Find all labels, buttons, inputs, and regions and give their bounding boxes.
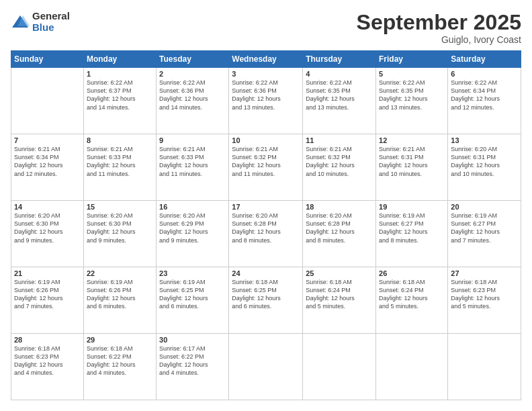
- day-number: 9: [159, 136, 226, 144]
- day-info: Sunrise: 6:18 AM Sunset: 6:22 PM Dayligh…: [87, 345, 153, 377]
- calendar-cell: 21Sunrise: 6:19 AM Sunset: 6:26 PM Dayli…: [11, 267, 84, 334]
- logo-icon: [11, 13, 30, 32]
- calendar-cell: [11, 68, 84, 134]
- calendar-cell: 8Sunrise: 6:21 AM Sunset: 6:33 PM Daylig…: [83, 134, 156, 201]
- calendar-cell: 19Sunrise: 6:19 AM Sunset: 6:27 PM Dayli…: [376, 201, 448, 267]
- day-number: 30: [159, 336, 226, 344]
- day-number: 8: [87, 136, 153, 144]
- day-info: Sunrise: 6:21 AM Sunset: 6:33 PM Dayligh…: [87, 145, 153, 178]
- calendar-cell: 2Sunrise: 6:22 AM Sunset: 6:36 PM Daylig…: [157, 68, 229, 134]
- calendar-cell: [448, 334, 521, 400]
- day-info: Sunrise: 6:21 AM Sunset: 6:31 PM Dayligh…: [379, 145, 445, 178]
- day-number: 28: [14, 336, 81, 344]
- day-number: 10: [232, 136, 300, 144]
- calendar-cell: 17Sunrise: 6:20 AM Sunset: 6:28 PM Dayli…: [229, 201, 303, 267]
- day-info: Sunrise: 6:19 AM Sunset: 6:25 PM Dayligh…: [159, 278, 226, 311]
- calendar-week-row: 7Sunrise: 6:21 AM Sunset: 6:34 PM Daylig…: [11, 134, 521, 201]
- day-info: Sunrise: 6:21 AM Sunset: 6:32 PM Dayligh…: [232, 145, 300, 178]
- calendar-cell: 18Sunrise: 6:20 AM Sunset: 6:28 PM Dayli…: [303, 201, 376, 267]
- day-info: Sunrise: 6:19 AM Sunset: 6:27 PM Dayligh…: [451, 212, 518, 244]
- day-info: Sunrise: 6:20 AM Sunset: 6:30 PM Dayligh…: [87, 212, 153, 244]
- calendar-cell: 4Sunrise: 6:22 AM Sunset: 6:35 PM Daylig…: [303, 68, 376, 134]
- calendar-day-header: Wednesday: [229, 51, 303, 68]
- calendar-cell: 30Sunrise: 6:17 AM Sunset: 6:22 PM Dayli…: [157, 334, 229, 400]
- day-info: Sunrise: 6:20 AM Sunset: 6:30 PM Dayligh…: [14, 212, 81, 244]
- calendar-cell: 26Sunrise: 6:18 AM Sunset: 6:24 PM Dayli…: [376, 267, 448, 334]
- day-number: 22: [87, 269, 153, 277]
- day-info: Sunrise: 6:21 AM Sunset: 6:34 PM Dayligh…: [14, 145, 81, 178]
- day-number: 17: [232, 203, 300, 211]
- calendar-cell: 1Sunrise: 6:22 AM Sunset: 6:37 PM Daylig…: [83, 68, 156, 134]
- day-number: 27: [451, 269, 518, 277]
- day-info: Sunrise: 6:22 AM Sunset: 6:35 PM Dayligh…: [306, 79, 373, 111]
- calendar-cell: 15Sunrise: 6:20 AM Sunset: 6:30 PM Dayli…: [83, 201, 156, 267]
- header: General Blue September 2025 Guiglo, Ivor…: [11, 11, 521, 45]
- day-info: Sunrise: 6:19 AM Sunset: 6:26 PM Dayligh…: [14, 278, 81, 311]
- day-number: 5: [379, 70, 445, 78]
- calendar-week-row: 28Sunrise: 6:18 AM Sunset: 6:23 PM Dayli…: [11, 334, 521, 400]
- day-number: 20: [451, 203, 518, 211]
- calendar-cell: 23Sunrise: 6:19 AM Sunset: 6:25 PM Dayli…: [157, 267, 229, 334]
- calendar-cell: 13Sunrise: 6:20 AM Sunset: 6:31 PM Dayli…: [448, 134, 521, 201]
- day-number: 24: [232, 269, 300, 277]
- calendar-cell: 3Sunrise: 6:22 AM Sunset: 6:36 PM Daylig…: [229, 68, 303, 134]
- day-number: 2: [159, 70, 226, 78]
- day-info: Sunrise: 6:20 AM Sunset: 6:31 PM Dayligh…: [451, 145, 518, 178]
- day-info: Sunrise: 6:19 AM Sunset: 6:26 PM Dayligh…: [87, 278, 153, 311]
- day-number: 11: [306, 136, 373, 144]
- calendar-cell: 29Sunrise: 6:18 AM Sunset: 6:22 PM Dayli…: [83, 334, 156, 400]
- day-number: 13: [451, 136, 518, 144]
- calendar-cell: 9Sunrise: 6:21 AM Sunset: 6:33 PM Daylig…: [157, 134, 229, 201]
- calendar-day-header: Monday: [83, 51, 156, 68]
- day-number: 3: [232, 70, 300, 78]
- calendar-week-row: 1Sunrise: 6:22 AM Sunset: 6:37 PM Daylig…: [11, 68, 521, 134]
- day-number: 26: [379, 269, 445, 277]
- calendar-day-header: Friday: [376, 51, 448, 68]
- day-number: 23: [159, 269, 226, 277]
- calendar-table: SundayMondayTuesdayWednesdayThursdayFrid…: [11, 50, 521, 400]
- day-number: 7: [14, 136, 81, 144]
- calendar-week-row: 21Sunrise: 6:19 AM Sunset: 6:26 PM Dayli…: [11, 267, 521, 334]
- calendar-cell: [376, 334, 448, 400]
- day-info: Sunrise: 6:18 AM Sunset: 6:23 PM Dayligh…: [14, 345, 81, 377]
- calendar-cell: 28Sunrise: 6:18 AM Sunset: 6:23 PM Dayli…: [11, 334, 84, 400]
- day-info: Sunrise: 6:18 AM Sunset: 6:24 PM Dayligh…: [379, 278, 445, 311]
- calendar-cell: [303, 334, 376, 400]
- day-number: 25: [306, 269, 373, 277]
- calendar-cell: 12Sunrise: 6:21 AM Sunset: 6:31 PM Dayli…: [376, 134, 448, 201]
- logo-blue: Blue: [32, 22, 70, 34]
- calendar-day-header: Thursday: [303, 51, 376, 68]
- day-info: Sunrise: 6:18 AM Sunset: 6:24 PM Dayligh…: [306, 278, 373, 311]
- calendar-week-row: 14Sunrise: 6:20 AM Sunset: 6:30 PM Dayli…: [11, 201, 521, 267]
- calendar-header-row: SundayMondayTuesdayWednesdayThursdayFrid…: [11, 51, 521, 68]
- day-info: Sunrise: 6:19 AM Sunset: 6:27 PM Dayligh…: [379, 212, 445, 244]
- logo-general: General: [32, 11, 70, 22]
- day-info: Sunrise: 6:17 AM Sunset: 6:22 PM Dayligh…: [159, 345, 226, 377]
- calendar-day-header: Sunday: [11, 51, 84, 68]
- logo-text: General Blue: [32, 11, 70, 33]
- calendar-cell: 27Sunrise: 6:18 AM Sunset: 6:23 PM Dayli…: [448, 267, 521, 334]
- page: General Blue September 2025 Guiglo, Ivor…: [0, 0, 532, 411]
- day-number: 4: [306, 70, 373, 78]
- day-number: 6: [451, 70, 518, 78]
- calendar-cell: 25Sunrise: 6:18 AM Sunset: 6:24 PM Dayli…: [303, 267, 376, 334]
- day-number: 12: [379, 136, 445, 144]
- day-number: 16: [159, 203, 226, 211]
- day-info: Sunrise: 6:22 AM Sunset: 6:37 PM Dayligh…: [87, 79, 153, 111]
- day-number: 1: [87, 70, 153, 78]
- title-block: September 2025 Guiglo, Ivory Coast: [357, 11, 521, 45]
- calendar-cell: 5Sunrise: 6:22 AM Sunset: 6:35 PM Daylig…: [376, 68, 448, 134]
- calendar-cell: 7Sunrise: 6:21 AM Sunset: 6:34 PM Daylig…: [11, 134, 84, 201]
- calendar-cell: 22Sunrise: 6:19 AM Sunset: 6:26 PM Dayli…: [83, 267, 156, 334]
- day-info: Sunrise: 6:22 AM Sunset: 6:36 PM Dayligh…: [232, 79, 300, 111]
- calendar-cell: 20Sunrise: 6:19 AM Sunset: 6:27 PM Dayli…: [448, 201, 521, 267]
- day-info: Sunrise: 6:18 AM Sunset: 6:25 PM Dayligh…: [232, 278, 300, 311]
- day-info: Sunrise: 6:18 AM Sunset: 6:23 PM Dayligh…: [451, 278, 518, 311]
- calendar-day-header: Saturday: [448, 51, 521, 68]
- day-info: Sunrise: 6:20 AM Sunset: 6:28 PM Dayligh…: [232, 212, 300, 244]
- day-number: 29: [87, 336, 153, 344]
- calendar-cell: [229, 334, 303, 400]
- logo: General Blue: [11, 11, 70, 33]
- calendar-cell: 6Sunrise: 6:22 AM Sunset: 6:34 PM Daylig…: [448, 68, 521, 134]
- day-info: Sunrise: 6:20 AM Sunset: 6:29 PM Dayligh…: [159, 212, 226, 244]
